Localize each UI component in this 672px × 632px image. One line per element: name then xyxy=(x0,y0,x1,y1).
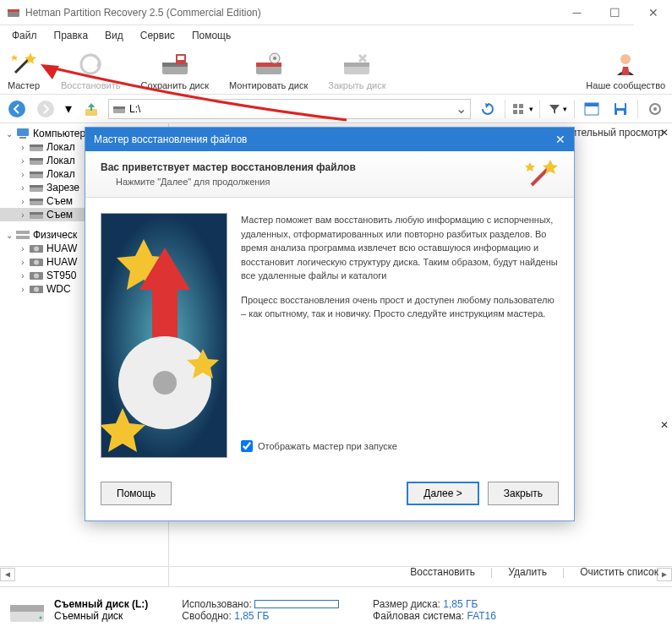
svg-rect-45 xyxy=(30,199,43,201)
svg-rect-26 xyxy=(519,110,523,114)
navbar: ▾ ⌄ ▾ ▾ xyxy=(0,95,672,123)
titlebar: Hetman Partition Recovery 2.5 (Commercia… xyxy=(0,0,672,25)
wizard-dialog: Мастер восстановления файлов ✕ Вас приве… xyxy=(85,127,575,521)
wizard-close-button[interactable]: Закрыть xyxy=(488,482,559,505)
window-title: Hetman Partition Recovery 2.5 (Commercia… xyxy=(25,7,558,19)
wizard-next-button[interactable]: Далее > xyxy=(407,482,479,505)
panel-close-1[interactable]: ✕ xyxy=(660,127,669,139)
svg-point-17 xyxy=(8,101,25,117)
svg-rect-11 xyxy=(256,63,281,67)
forward-button[interactable] xyxy=(34,98,57,120)
toolbar: Мастер Восстановить Сохранить диск Монти… xyxy=(0,46,672,95)
address-dropdown[interactable]: ⌄ xyxy=(455,101,467,117)
menu-file[interactable]: Файл xyxy=(3,28,46,43)
svg-point-33 xyxy=(653,107,657,111)
wand-icon xyxy=(525,158,559,192)
wizard-title: Мастер восстановления файлов xyxy=(94,133,247,145)
svg-rect-47 xyxy=(30,212,43,215)
svg-rect-23 xyxy=(513,104,517,108)
svg-rect-39 xyxy=(30,158,43,161)
wizard-subheading: Нажмите "Далее" для продолжения xyxy=(116,177,559,187)
svg-point-16 xyxy=(620,54,631,64)
address-input[interactable] xyxy=(129,103,455,115)
wizard-body: Мастер поможет вам восстановить любую ин… xyxy=(85,198,574,473)
svg-rect-31 xyxy=(617,111,624,115)
disk-large-icon xyxy=(7,593,47,627)
svg-point-60 xyxy=(40,616,42,618)
menu-help[interactable]: Помощь xyxy=(183,28,239,43)
view-options[interactable]: ▾ xyxy=(511,98,534,120)
scroll-left[interactable]: ◄ xyxy=(0,568,15,581)
wizard-checkbox-label: Отображать мастер при запуске xyxy=(258,439,397,454)
wand-icon xyxy=(10,51,37,78)
address-bar[interactable]: ⌄ xyxy=(108,99,471,119)
wizard-titlebar[interactable]: Мастер восстановления файлов ✕ xyxy=(85,128,574,151)
svg-rect-25 xyxy=(513,110,517,114)
svg-point-51 xyxy=(34,247,39,252)
toolbar-save-disk[interactable]: Сохранить диск xyxy=(140,50,209,90)
hdd-icon xyxy=(29,242,44,254)
wizard-close-icon[interactable]: ✕ xyxy=(555,133,565,146)
svg-rect-37 xyxy=(30,144,43,147)
filter-button[interactable]: ▾ xyxy=(545,98,569,120)
drive-icon xyxy=(112,103,126,115)
svg-point-18 xyxy=(37,101,54,117)
action-recover[interactable]: Восстановить xyxy=(405,564,480,580)
toolbar-wizard[interactable]: Мастер xyxy=(7,50,41,90)
svg-rect-9 xyxy=(178,56,184,60)
svg-marker-3 xyxy=(11,54,18,61)
computer-icon xyxy=(15,128,30,139)
menu-service[interactable]: Сервис xyxy=(132,28,183,43)
wizard-help-button[interactable]: Помощь xyxy=(101,482,172,505)
status-disk-type: Съемный диск xyxy=(54,610,148,622)
community-icon xyxy=(611,52,640,77)
svg-rect-49 xyxy=(16,236,30,239)
close-button[interactable]: ✕ xyxy=(634,0,672,25)
preview-button[interactable] xyxy=(580,98,604,120)
panel-close-2[interactable]: ✕ xyxy=(660,419,669,431)
wizard-p1: Мастер поможет вам восстановить любую ин… xyxy=(241,213,559,283)
svg-rect-1 xyxy=(8,9,19,12)
status-disk-name: Съемный диск (L:) xyxy=(54,598,148,610)
svg-rect-35 xyxy=(19,137,26,139)
back-button[interactable] xyxy=(5,98,29,120)
svg-rect-34 xyxy=(17,128,29,136)
wizard-checkbox[interactable] xyxy=(241,440,253,452)
minimize-button[interactable]: ─ xyxy=(558,0,596,25)
toolbar-close-disk[interactable]: Закрыть диск xyxy=(328,50,385,90)
toolbar-recover[interactable]: Восстановить xyxy=(61,50,120,90)
menu-edit[interactable]: Правка xyxy=(46,28,97,43)
action-delete[interactable]: Удалить xyxy=(503,564,552,580)
action-clear[interactable]: Очистить список xyxy=(575,564,664,580)
app-icon xyxy=(7,6,20,19)
hdd-icon xyxy=(29,283,44,295)
history-dropdown[interactable]: ▾ xyxy=(63,98,74,120)
maximize-button[interactable]: ☐ xyxy=(596,0,634,25)
drive-icon xyxy=(29,182,44,193)
toolbar-community[interactable]: Наше сообщество xyxy=(586,50,665,90)
hdd-icon xyxy=(29,256,44,268)
svg-rect-15 xyxy=(344,63,369,67)
options-button[interactable] xyxy=(643,98,667,120)
svg-rect-28 xyxy=(585,103,598,106)
toolbar-mount-disk[interactable]: Монтировать диск xyxy=(229,50,308,90)
save-button[interactable] xyxy=(609,98,632,120)
svg-rect-59 xyxy=(10,605,44,612)
svg-rect-30 xyxy=(616,103,625,108)
wizard-header: Вас приветствует мастер восстановления ф… xyxy=(85,151,574,198)
drive-icon xyxy=(29,195,44,207)
wizard-footer: Помощь Далее > Закрыть xyxy=(85,473,574,520)
svg-marker-62 xyxy=(525,162,535,172)
wizard-p2: Процесс восстановления очень прост и дос… xyxy=(241,293,559,321)
menu-view[interactable]: Вид xyxy=(96,28,132,43)
bottom-actions: Восстановить | Удалить | Очистить список xyxy=(405,564,664,580)
up-button[interactable] xyxy=(79,98,103,120)
refresh-button[interactable] xyxy=(476,98,500,120)
mount-disk-icon xyxy=(254,52,283,77)
svg-rect-24 xyxy=(519,104,523,108)
drive-icon xyxy=(29,209,44,221)
statusbar: Съемный диск (L:) Съемный диск Использов… xyxy=(0,586,672,632)
svg-rect-21 xyxy=(113,106,125,109)
drives-icon xyxy=(15,229,30,241)
hdd-icon xyxy=(29,270,44,281)
